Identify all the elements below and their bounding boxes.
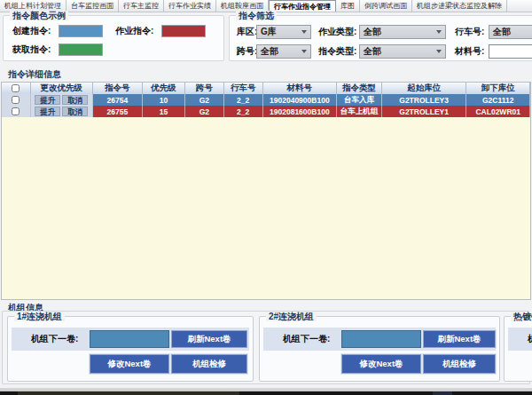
job-type-filter-value: 全部 <box>364 26 381 38</box>
command-type-filter-value: 全部 <box>364 45 381 58</box>
caster-unit-2-title: 2#连浇机组 <box>266 312 317 321</box>
table-row[interactable]: 提升 取消 26754 10 G2 2_2 1902040900B100 台车入… <box>2 94 530 106</box>
next-coil-input[interactable] <box>90 330 169 348</box>
column-header-priority: 优先级 <box>143 83 185 94</box>
column-header-crane-no: 行车号 <box>224 83 263 94</box>
material-no-input[interactable] <box>489 44 532 59</box>
crane-no-filter-select[interactable]: 全部 <box>489 25 532 39</box>
caster-unit-1-group: 1#连浇机组 机组下一卷: 刷新Next卷 修改Next卷 机组检修 <box>7 316 254 382</box>
chevron-down-icon <box>301 50 307 56</box>
span-no-filter-label: 跨号: <box>237 44 257 59</box>
row-checkbox[interactable] <box>12 107 20 115</box>
working-command-label: 作业指令: <box>115 25 153 37</box>
span-no-cell: G2 <box>185 106 224 117</box>
span-no-filter-value: 全部 <box>261 45 278 58</box>
chevron-down-icon <box>301 30 307 36</box>
chevron-down-icon <box>436 30 442 36</box>
row-action-cell: 提升 取消 <box>31 106 93 117</box>
warehouse-filter-label: 库区: <box>237 25 257 39</box>
filter-group-title: 指令筛选 <box>236 11 277 20</box>
tab-crane-main-monitor[interactable]: 行车主监控 <box>119 0 164 12</box>
tab-crane-work-record[interactable]: 行车作业实绩 <box>164 0 216 12</box>
galvanizing-unit-title: 热镀锌机组 <box>511 312 532 321</box>
command-color-legend-group: 指令颜色示例 创建指令: 作业指令: 获取指令: <box>3 15 224 61</box>
command-type-filter-select[interactable]: 全部 <box>359 44 446 59</box>
tab-walking-beam-status[interactable]: 机组步进梁状态监控及解除 <box>412 0 507 12</box>
row-select-cell <box>2 94 31 106</box>
fetched-command-swatch <box>59 43 103 56</box>
warehouse-filter-value: G库 <box>261 26 277 38</box>
modify-next-coil-button[interactable]: 修改Next卷 <box>90 354 169 374</box>
span-no-filter-select[interactable]: 全部 <box>256 44 311 59</box>
row-checkbox[interactable] <box>12 96 20 104</box>
created-command-swatch <box>59 25 103 37</box>
tab-yard-map[interactable]: 库图 <box>336 0 360 12</box>
column-header-from-location: 起始库位 <box>382 83 467 94</box>
tab-crane-command-management[interactable]: 行车作业指令管理 <box>269 0 336 12</box>
next-coil-label: 机组下一卷: <box>31 328 78 351</box>
taskbar-item-sliver <box>433 391 452 395</box>
galvanizing-unit-group: 热镀锌机组 机组下一卷: 刷新Next卷 修改Next卷 机组检修 <box>504 316 532 382</box>
working-command-swatch <box>161 25 206 37</box>
material-no-cell: 1902040900B100 <box>263 94 338 106</box>
column-header-to-location: 卸下库位 <box>466 83 530 94</box>
row-action-cell: 提升 取消 <box>31 94 93 106</box>
modify-next-coil-button[interactable]: 修改Next卷 <box>341 354 421 374</box>
next-coil-label: 机组下一卷: <box>283 328 330 351</box>
material-no-cell: 1902081600B100 <box>263 106 338 117</box>
chevron-down-icon <box>436 50 442 56</box>
job-type-filter-select[interactable]: 全部 <box>359 25 446 39</box>
command-type-cell: 台车上机组 <box>337 106 382 117</box>
warehouse-filter-select[interactable]: G库 <box>256 25 311 39</box>
column-header-command-no: 指令号 <box>93 83 144 94</box>
cancel-command-button[interactable]: 取消 <box>62 107 88 116</box>
raise-priority-button[interactable]: 提升 <box>35 95 60 105</box>
caster-unit-2-group: 2#连浇机组 机组下一卷: 刷新Next卷 修改Next卷 机组检修 <box>259 316 500 382</box>
command-detail-title: 指令详细信息 <box>5 69 64 79</box>
taskbar-item-sliver <box>18 391 239 395</box>
priority-cell: 10 <box>143 94 185 106</box>
command-table: 更改优先级 指令号 优先级 跨号 行车号 材料号 指令类型 起始库位 卸下库位 … <box>1 82 531 300</box>
legend-group-title: 指令颜色示例 <box>10 11 68 20</box>
tab-span-transfer-debug[interactable]: 倒跨调试画面 <box>360 0 412 12</box>
crane-no-cell: 2_2 <box>224 106 263 117</box>
column-header-span-no: 跨号 <box>185 83 224 94</box>
from-location-cell: G2TROLLEY1 <box>382 106 467 117</box>
command-type-filter-label: 指令类型: <box>318 44 356 59</box>
span-no-cell: G2 <box>185 94 224 106</box>
raise-priority-button[interactable]: 提升 <box>35 107 60 116</box>
select-all-cell <box>2 83 31 94</box>
column-header-material-no: 材料号 <box>263 83 338 94</box>
select-all-checkbox[interactable] <box>12 84 20 92</box>
app-window: 机组上料计划管理 台车监控画面 行车主监控 行车作业实绩 机组鞍座画面 行车作业… <box>0 0 532 395</box>
from-location-cell: G2TROLLEY3 <box>382 94 467 106</box>
next-coil-band: 机组下一卷: 刷新Next卷 <box>508 328 532 351</box>
priority-cell: 15 <box>143 106 185 117</box>
column-header-change-priority: 更改优先级 <box>31 83 93 94</box>
refresh-next-coil-button[interactable]: 刷新Next卷 <box>171 330 247 348</box>
fetched-command-label: 获取指令: <box>12 43 51 56</box>
next-coil-label: 机组下一卷: <box>528 328 532 351</box>
cancel-command-button[interactable]: 取消 <box>62 95 88 105</box>
crane-no-filter-label: 行车号: <box>455 25 484 39</box>
crane-no-filter-value: 全部 <box>493 26 511 38</box>
row-select-cell <box>2 106 31 117</box>
job-type-filter-label: 作业类型: <box>318 25 356 39</box>
command-type-cell: 台车入库 <box>337 94 382 106</box>
caster-unit-1-title: 1#连浇机组 <box>14 312 65 321</box>
table-header-row: 更改优先级 指令号 优先级 跨号 行车号 材料号 指令类型 起始库位 卸下库位 <box>2 83 530 94</box>
command-filter-group: 指令筛选 库区: G库 作业类型: 全部 行车号: 全部 跨号: 全部 指令类型… <box>229 15 532 61</box>
column-header-command-type: 指令类型 <box>337 83 382 94</box>
unit-maintenance-button[interactable]: 机组检修 <box>423 354 496 374</box>
next-coil-input[interactable] <box>341 330 421 348</box>
created-command-label: 创建指令: <box>12 25 51 37</box>
command-no-cell: 26754 <box>93 94 144 106</box>
to-location-cell: G2C1112 <box>466 94 530 106</box>
refresh-next-coil-button[interactable]: 刷新Next卷 <box>423 330 496 348</box>
tab-trolley-monitor[interactable]: 台车监控画面 <box>66 0 119 12</box>
command-no-cell: 26755 <box>93 106 144 117</box>
table-row[interactable]: 提升 取消 26755 15 G2 2_2 1902081600B100 台车上… <box>2 106 530 117</box>
crane-no-cell: 2_2 <box>224 94 263 106</box>
unit-maintenance-button[interactable]: 机组检修 <box>171 354 247 374</box>
next-coil-band: 机组下一卷: 刷新Next卷 <box>263 328 496 351</box>
